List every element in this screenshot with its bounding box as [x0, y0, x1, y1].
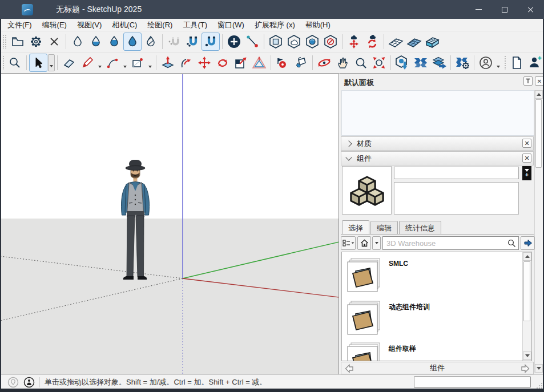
share-component-button[interactable] [430, 54, 448, 72]
select-tool-dropdown[interactable] [48, 54, 55, 71]
hex-sphere-button[interactable] [303, 33, 321, 51]
magnet-disabled-button[interactable] [165, 33, 183, 51]
droplet-half-button[interactable] [87, 33, 105, 51]
materials-section-header[interactable]: 材质 [341, 136, 534, 151]
component-description[interactable] [394, 182, 519, 215]
account-button[interactable] [477, 54, 495, 72]
arc-tool-dropdown[interactable] [122, 54, 128, 71]
followme-tool-button[interactable] [177, 54, 195, 72]
droplet-hatched-button[interactable] [142, 33, 160, 51]
secondary-pane-button[interactable]: + [522, 166, 531, 180]
credits-button[interactable] [23, 377, 35, 388]
navigation-dropdown[interactable] [372, 236, 381, 250]
terrain-tilted-button[interactable] [405, 33, 423, 51]
menu-help[interactable]: 帮助(H) [300, 19, 336, 31]
tray-header[interactable]: 默认面板 [340, 75, 544, 90]
components-section-header[interactable]: 组件 [341, 151, 534, 165]
droplet-most-button[interactable] [105, 33, 123, 51]
axes-tool-button[interactable] [273, 54, 292, 72]
scroll-up-button[interactable] [535, 90, 543, 99]
eraser-tool-button[interactable] [60, 54, 78, 72]
sign-in-button[interactable] [526, 54, 544, 72]
measurement-input[interactable] [414, 376, 531, 388]
line-tool-dropdown[interactable] [96, 54, 103, 71]
pushpull-tool-button[interactable] [159, 54, 177, 72]
account-dropdown[interactable] [495, 54, 502, 71]
scroll-down-button[interactable] [535, 364, 543, 373]
tab-statistics[interactable]: 统计信息 [399, 221, 441, 235]
menu-window[interactable]: 窗口(W) [212, 19, 249, 31]
paint-bucket-button[interactable] [292, 54, 310, 72]
tray-scrollbar[interactable] [534, 90, 543, 373]
materials-close-button[interactable]: ✕ [522, 139, 531, 148]
extension-manager-button[interactable] [453, 54, 472, 72]
hex-box-button[interactable] [267, 33, 285, 51]
scroll-down-button[interactable] [523, 351, 531, 360]
nav-back-button[interactable] [345, 364, 354, 373]
hex-cloud-button[interactable] [285, 33, 303, 51]
terrain-box-button[interactable] [423, 33, 441, 51]
droplet-full-button[interactable] [123, 33, 142, 51]
magnet-button[interactable] [183, 33, 202, 51]
new-document-button[interactable] [507, 54, 526, 72]
orbit-tool-button[interactable] [315, 54, 333, 72]
resize-grip[interactable] [535, 382, 542, 389]
toolbar-grip[interactable] [2, 34, 7, 49]
magnet-active-button[interactable] [202, 33, 220, 51]
select-tool-button[interactable] [29, 54, 47, 72]
toolbar-grip[interactable] [504, 55, 506, 70]
extension-warehouse-button[interactable] [412, 54, 430, 72]
cloud-move-button[interactable] [345, 33, 363, 51]
home-button[interactable] [357, 236, 371, 250]
droplet-outline-button[interactable] [68, 33, 87, 51]
cloud-sync-button[interactable] [363, 33, 381, 51]
menu-tools[interactable]: 工具(T) [178, 19, 212, 31]
polyline-button[interactable] [243, 33, 261, 51]
maximize-button[interactable] [491, 0, 518, 19]
menu-view[interactable]: 视图(V) [72, 19, 107, 31]
settings-button[interactable] [27, 33, 45, 51]
pan-tool-button[interactable] [333, 54, 352, 72]
hex-disabled-button[interactable] [321, 33, 340, 51]
terrain-grid-button[interactable] [386, 33, 405, 51]
list-item-sampling[interactable]: 组件取样 [345, 342, 416, 361]
scrollbar-thumb[interactable] [523, 261, 530, 321]
scrollbar-thumb[interactable] [535, 99, 542, 168]
menu-file[interactable]: 文件(F) [2, 19, 37, 31]
menu-extensions[interactable]: 扩展程序 (x) [249, 19, 300, 31]
add-circle-button[interactable] [225, 33, 243, 51]
scroll-up-button[interactable] [523, 252, 531, 261]
scale-tool-button[interactable] [232, 54, 250, 72]
rotate-tool-button[interactable] [213, 54, 232, 72]
toolbar-grip[interactable] [2, 55, 4, 70]
component-name-input[interactable] [394, 167, 519, 179]
tab-select[interactable]: 选择 [342, 220, 369, 235]
rectangle-tool-dropdown[interactable] [147, 54, 154, 71]
rectangle-tool-button[interactable] [128, 54, 147, 72]
arc-tool-button[interactable] [103, 54, 122, 72]
components-list-scrollbar[interactable] [522, 252, 531, 361]
geolocation-button[interactable] [7, 377, 19, 388]
component-preview[interactable] [342, 166, 392, 215]
list-item-smlc[interactable]: SMLC [345, 257, 408, 293]
line-tool-button[interactable] [78, 54, 96, 72]
menu-draw[interactable]: 绘图(R) [142, 19, 178, 31]
tray-pin-button[interactable] [523, 76, 533, 86]
tab-edit[interactable]: 编辑 [370, 221, 398, 235]
nav-forward-button[interactable] [521, 364, 530, 373]
list-item-dynamic-training[interactable]: 动态组件培训 [345, 300, 430, 336]
modeling-viewport[interactable] [0, 74, 339, 374]
components-close-button[interactable]: ✕ [522, 153, 531, 163]
view-options-button[interactable] [341, 236, 356, 250]
minimize-button[interactable] [465, 0, 491, 19]
zoom-tool-button[interactable] [352, 54, 370, 72]
move-tool-button[interactable] [195, 54, 213, 72]
search-tool-button[interactable] [6, 54, 24, 72]
menu-camera[interactable]: 相机(C) [107, 19, 142, 31]
close-button[interactable] [518, 0, 544, 19]
open-folder-button[interactable] [9, 33, 27, 51]
delete-button[interactable] [45, 33, 63, 51]
browse-forward-button[interactable] [521, 236, 535, 250]
offset-tool-button[interactable] [250, 54, 268, 72]
zoom-extents-button[interactable] [370, 54, 388, 72]
